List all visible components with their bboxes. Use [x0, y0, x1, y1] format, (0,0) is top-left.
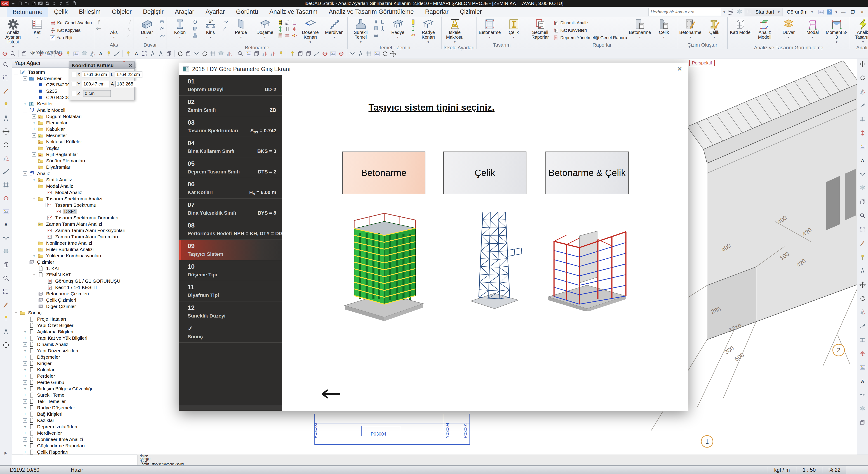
transparency-icon[interactable]: [859, 336, 866, 343]
tree-item-bağ-kirişleri[interactable]: +Bağ Kirişleri: [12, 411, 135, 417]
expand-icon[interactable]: +: [32, 127, 36, 131]
measure-icon[interactable]: [859, 212, 866, 219]
hatch-icon[interactable]: [149, 50, 156, 57]
copy-icon[interactable]: [2, 181, 10, 188]
kat-kuvvetleri-button[interactable]: Kat Kuvvetleri: [553, 27, 627, 33]
card-betonarme[interactable]: Betonarme: [342, 151, 426, 194]
i-skele-makrosu-button[interactable]: İskele Makrosu▼: [443, 18, 467, 45]
region-icon[interactable]: [357, 50, 364, 57]
duvar-button[interactable]: Duvar▼: [135, 18, 159, 40]
expand-icon[interactable]: +: [32, 178, 36, 182]
yarı-rijit-button[interactable]: ✓Yarı Rijit: [50, 35, 92, 41]
tree-item-diğer-çizimler[interactable]: Diğer Çizimler: [12, 303, 135, 309]
dinamik-analiz-button[interactable]: Dinamik Analiz: [553, 20, 627, 26]
tree-item-çelik-çizimleri[interactable]: Çelik Çizimleri: [12, 297, 135, 303]
döşeme-kenarı-button[interactable]: Döşeme Kenarı▼: [298, 18, 322, 45]
card-celik[interactable]: Çelik: [443, 151, 526, 194]
close-button[interactable]: ✕: [859, 9, 866, 15]
auto-label-icon[interactable]: [2, 328, 10, 335]
tree-item-çizimler[interactable]: −Çizimler: [12, 259, 135, 265]
dialog-close-icon[interactable]: ✕: [675, 65, 684, 73]
tree-item-sonuç[interactable]: −Sonuç: [12, 309, 135, 316]
status-unit[interactable]: kgf / m: [768, 467, 796, 473]
search-icon[interactable]: [2, 341, 10, 349]
wizard-step-bina-kullanım-sınıfı[interactable]: 04Bina Kullanım SınıfıBKS = 3: [179, 137, 282, 157]
expand-icon[interactable]: +: [23, 431, 27, 435]
list-icon[interactable]: [2, 61, 10, 68]
ellipse-icon[interactable]: [349, 50, 356, 57]
lights-icon[interactable]: [859, 392, 866, 398]
expand-icon[interactable]: +: [23, 330, 27, 334]
lasso-icon[interactable]: [245, 50, 252, 57]
axisA-icon[interactable]: A: [96, 19, 101, 25]
units-icon[interactable]: [859, 350, 866, 357]
tree-item-analiz-modeli[interactable]: −Analiz Modeli: [12, 107, 135, 113]
tab-analiz-ve-tasarım[interactable]: Analiz ve Tasarım: [264, 7, 323, 17]
edit-multi-icon[interactable]: [2, 101, 10, 109]
card-betonarme-celik[interactable]: Betonarme & Çelik: [546, 151, 629, 194]
polar-icon[interactable]: [859, 281, 866, 288]
kat-genel-ayarları-button[interactable]: Kat Genel Ayarları: [50, 20, 92, 26]
right-view-icon[interactable]: A: [859, 157, 866, 164]
bino-icon[interactable]: [373, 32, 379, 38]
help-icon[interactable]: ?: [826, 8, 833, 16]
tree-item-perdeler[interactable]: +Perdeler: [12, 373, 135, 379]
solid-view-icon[interactable]: [297, 50, 304, 57]
tree-item-rijit-bağlantılar[interactable]: +Rijit Bağlantılar: [12, 151, 135, 158]
expand-icon[interactable]: +: [23, 393, 27, 397]
duvar-button[interactable]: Duvar▼: [777, 18, 801, 40]
tab-değiştir[interactable]: Değiştir: [137, 7, 169, 17]
collapse-icon[interactable]: −: [23, 108, 27, 112]
divide-icon[interactable]: [165, 50, 173, 57]
tree-item-kazıklar[interactable]: +Kazıklar: [12, 417, 135, 423]
top-view-icon[interactable]: [859, 129, 866, 136]
camera-icon[interactable]: [859, 406, 866, 412]
back-arrow-button[interactable]: [321, 387, 341, 401]
expand-icon[interactable]: +: [32, 152, 36, 157]
expand-icon[interactable]: +: [23, 368, 27, 372]
analiz-modeli-button[interactable]: Analiz Modeli: [753, 18, 777, 39]
tree-item-zaman-tanım-alanı-analizi[interactable]: −Zaman Tanım Alanı Analizi: [12, 221, 135, 227]
tree-item-analiz[interactable]: −Analiz: [12, 170, 135, 177]
text-icon[interactable]: [209, 50, 216, 57]
zoom-icon[interactable]: [859, 75, 866, 81]
display-settings-icon[interactable]: [817, 8, 825, 16]
tree-item-zemi-n-kat[interactable]: −ZEMİN KAT: [12, 272, 135, 278]
updn-icon[interactable]: [410, 26, 416, 31]
close-icon[interactable]: ✕: [128, 63, 132, 68]
rotate-3d-icon[interactable]: [381, 50, 389, 57]
tree-item-görünüş-g1-g1-görünüşü[interactable]: Görünüş G1 / G1 GÖRÜNÜŞÜ: [12, 278, 135, 284]
dimension-icon[interactable]: [185, 50, 192, 57]
shade-icon[interactable]: [253, 50, 260, 57]
tree-item-nonlineer-i-tme-analizi[interactable]: Nonlineer İtme Analizi: [12, 240, 135, 246]
concrete-building-image[interactable]: [341, 200, 426, 324]
tree-item-noktasal-kütleler[interactable]: Noktasal Kütleler: [12, 139, 135, 145]
wizard-step-taşıyıcı-sistem[interactable]: 09Taşıyıcı Sistem: [179, 240, 282, 260]
tree-item-kabuklar[interactable]: +Kabuklar: [12, 126, 135, 132]
tree-item-çelik-raporları[interactable]: +Çelik Raporları: [12, 449, 135, 455]
tree-item-kolonlar[interactable]: +Kolonlar: [12, 366, 135, 373]
image-icon[interactable]: [201, 50, 208, 57]
composite-building-image[interactable]: [546, 210, 629, 312]
help-dropdown-icon[interactable]: ▼: [835, 10, 838, 14]
expand-icon[interactable]: +: [23, 399, 27, 404]
slab-icon[interactable]: [410, 32, 416, 38]
collapse-icon[interactable]: −: [23, 171, 27, 176]
tree-item-yükleme-kombinasyonları[interactable]: +Yükleme Kombinasyonları: [12, 253, 135, 259]
pier-icon[interactable]: [373, 26, 379, 31]
sürekli-temel-button[interactable]: Sürekli Temel▼: [349, 18, 373, 45]
tree-item-sönüm-elemanları[interactable]: Sönüm Elemanları: [12, 158, 135, 164]
triangle-icon[interactable]: [365, 50, 372, 57]
section-icon[interactable]: [2, 261, 10, 269]
break-icon[interactable]: [157, 50, 164, 57]
front-view-icon[interactable]: [859, 116, 866, 123]
tree-item-tasarım-spektrumu-analizi[interactable]: −Tasarım Spektrumu Analizi: [12, 196, 135, 202]
collapse-icon[interactable]: −: [32, 184, 36, 188]
status-zoom[interactable]: % 22: [823, 467, 846, 473]
expand-icon[interactable]: +: [23, 374, 27, 378]
track-icon[interactable]: [859, 295, 866, 302]
tree-item-yapı-kat-ve-yük-bilgileri[interactable]: +Yapı Kat ve Yük Bilgileri: [12, 335, 135, 341]
tab-görüntü[interactable]: Görüntü: [230, 7, 264, 17]
query-icon[interactable]: [2, 141, 10, 149]
pointer-icon[interactable]: [859, 61, 866, 67]
